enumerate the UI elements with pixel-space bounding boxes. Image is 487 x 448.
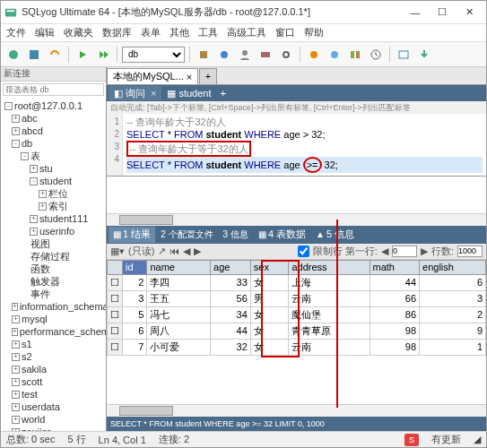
refresh-icon[interactable] <box>46 46 64 64</box>
tree-item[interactable]: -student <box>3 175 104 187</box>
tree-item[interactable]: -db <box>3 137 104 150</box>
tool3-icon[interactable] <box>257 46 274 64</box>
tree-item[interactable]: 存储过程 <box>3 250 104 263</box>
row-count-input[interactable] <box>457 246 483 257</box>
resize-grip-icon[interactable]: ◢ <box>474 434 481 445</box>
tree-item[interactable]: +s1 <box>3 338 104 350</box>
menu-adv[interactable]: 高级工具 <box>227 26 266 39</box>
user-icon[interactable] <box>236 46 254 64</box>
tree-item[interactable]: 触发器 <box>3 275 104 288</box>
maximize-button[interactable]: ☐ <box>429 4 456 22</box>
tree-item[interactable]: +索引 <box>3 200 104 212</box>
table-row[interactable]: ☐6周八44女青青草原989 <box>108 323 486 339</box>
status-total: 总数: 0 sec <box>6 433 55 446</box>
svg-rect-1 <box>7 10 15 12</box>
tree-item[interactable]: +world <box>3 413 104 426</box>
tree-item[interactable]: +sakila <box>3 363 104 375</box>
nav-first-icon[interactable]: ⏮ <box>170 246 179 256</box>
tree-item[interactable]: 事件 <box>3 288 104 300</box>
sync2-icon[interactable] <box>326 46 344 64</box>
tree-item[interactable]: +test <box>3 388 104 401</box>
nav-prev-icon[interactable]: ◀ <box>183 246 190 257</box>
tree-item[interactable]: -表 <box>3 150 104 162</box>
menu-window[interactable]: 窗口 <box>275 26 295 39</box>
menu-other[interactable]: 其他 <box>170 26 189 39</box>
tree-item[interactable]: -root@127.0.0.1 <box>3 99 104 112</box>
menu-help[interactable]: 帮助 <box>304 26 324 39</box>
tree-item[interactable]: 函数 <box>3 263 104 275</box>
table-row[interactable]: ☐3王五56男云南663 <box>108 290 486 306</box>
diff-icon[interactable] <box>346 46 364 64</box>
tab-add-query[interactable]: + <box>217 88 230 99</box>
scrollbar-thumb[interactable] <box>119 215 173 225</box>
db-select[interactable]: db <box>122 47 185 63</box>
grid-icon[interactable]: ▦▾ <box>110 246 125 257</box>
tree-item[interactable]: +mysql <box>3 313 104 325</box>
close-button[interactable]: ✕ <box>456 4 483 22</box>
table-row[interactable]: ☐2李四33女上海446 <box>108 274 486 290</box>
tab-result-3[interactable]: 3 信息 <box>219 227 253 243</box>
tree-item[interactable]: +userinfo <box>3 225 104 237</box>
tab-add[interactable]: + <box>199 68 217 84</box>
tree-item[interactable]: +abcd <box>3 125 104 137</box>
tab-result-1[interactable]: ▦ 1 结果 <box>109 227 155 243</box>
result-grid[interactable]: idnameagesexaddressmathenglish☐2李四33女上海4… <box>107 260 486 356</box>
tool-icon[interactable] <box>195 46 213 64</box>
tab-result-5[interactable]: ▲ 5 信息 <box>311 227 359 243</box>
tab-connection[interactable]: 本地的MySQL... × <box>107 68 198 84</box>
toolbar: db <box>1 42 486 67</box>
menu-tools[interactable]: 工具 <box>198 26 218 39</box>
menu-table[interactable]: 表单 <box>141 26 161 39</box>
tree-item[interactable]: +stu <box>3 162 104 175</box>
svg-rect-12 <box>356 51 360 58</box>
status-update[interactable]: 有更新 <box>431 433 461 446</box>
tree-item[interactable]: +information_schema <box>3 300 104 313</box>
filter-input[interactable] <box>3 83 104 96</box>
tree-item[interactable]: +userdata <box>3 401 104 413</box>
run2-icon[interactable] <box>94 46 112 64</box>
tree-item[interactable]: +student111 <box>3 212 104 225</box>
svg-point-6 <box>242 50 248 56</box>
line-gutter: 1234 <box>107 114 123 176</box>
tree-item[interactable]: 视图 <box>3 237 104 250</box>
export-icon[interactable] <box>415 46 433 64</box>
sync-icon[interactable] <box>305 46 323 64</box>
minimize-button[interactable]: — <box>402 4 429 22</box>
tree-item[interactable]: +scott <box>3 375 104 388</box>
export-icon[interactable]: ↗ <box>158 246 166 257</box>
tree-item[interactable]: +s2 <box>3 350 104 363</box>
menu-fav[interactable]: 收藏夹 <box>64 26 93 39</box>
limit-checkbox[interactable] <box>298 246 309 257</box>
nav-icon[interactable]: ▶ <box>421 246 428 257</box>
table-icon[interactable] <box>395 46 413 64</box>
nav-next-icon[interactable]: ▶ <box>194 246 201 257</box>
table-row[interactable]: ☐5冯七34女魔仙堡862 <box>108 306 486 323</box>
tree-item[interactable]: +abc <box>3 112 104 125</box>
object-tree[interactable]: -root@127.0.0.1+abc+abcd-db-表+stu-studen… <box>1 98 106 431</box>
menu-edit[interactable]: 编辑 <box>35 26 55 39</box>
tab-result-4[interactable]: ▦ 4 表数据 <box>254 227 310 243</box>
close-icon[interactable]: × <box>151 88 156 99</box>
sql-editor[interactable]: 1234 -- 查询年龄大于32的人 SELECT * FROM student… <box>107 114 486 177</box>
save-icon[interactable] <box>25 46 43 64</box>
new-conn-icon[interactable] <box>4 46 22 64</box>
first-row-input[interactable] <box>392 246 417 257</box>
tab-result-2[interactable]: 2 个配置文件 <box>156 227 217 243</box>
svg-point-9 <box>310 51 317 58</box>
tree-item[interactable]: +performance_schema <box>3 325 104 338</box>
run-icon[interactable] <box>74 46 91 64</box>
gear-icon[interactable] <box>277 46 295 64</box>
table-row[interactable]: ☐7小可爱32女云南981 <box>108 339 486 355</box>
tree-item[interactable]: +栏位 <box>3 187 104 200</box>
tool2-icon[interactable] <box>215 46 233 64</box>
nav-icon[interactable]: ◀ <box>381 246 388 257</box>
sched-icon[interactable] <box>367 46 385 64</box>
status-badge[interactable]: S <box>404 434 419 446</box>
menu-db[interactable]: 数据库 <box>102 26 132 39</box>
menu-file[interactable]: 文件 <box>6 26 26 39</box>
grid-scrollbar[interactable] <box>107 404 486 417</box>
tab-query[interactable]: ◧询问× <box>109 86 161 100</box>
scrollbar-thumb[interactable] <box>119 406 173 416</box>
svg-point-2 <box>9 50 18 59</box>
tab-student[interactable]: ▦student <box>161 86 216 100</box>
